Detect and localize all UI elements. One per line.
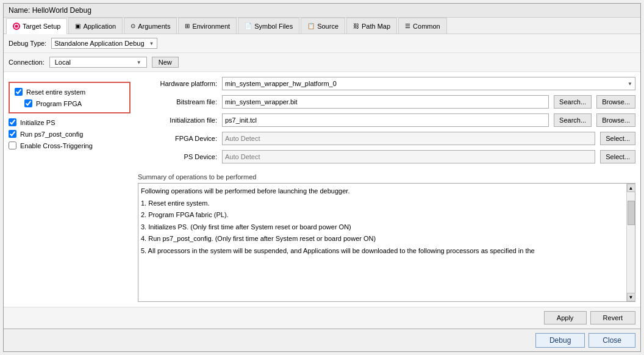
env-icon: ⊞ (185, 23, 190, 29)
init-browse-button[interactable]: Browse... (596, 113, 635, 127)
tab-target-setup[interactable]: Target Setup (6, 18, 67, 34)
tab-path-map[interactable]: ⛓ Path Map (346, 18, 397, 34)
right-panel: Hardware platform: min_system_wrapper_hw… (138, 77, 635, 302)
scroll-thumb[interactable] (628, 201, 635, 225)
tab-common-label: Common (413, 23, 440, 30)
debug-type-arrow: ▼ (149, 41, 154, 46)
hardware-platform-select[interactable]: min_system_wrapper_hw_platform_0 ▼ (222, 77, 635, 90)
hardware-platform-row: Hardware platform: min_system_wrapper_hw… (138, 77, 635, 90)
connection-row: Connection: Local ▼ New (4, 53, 640, 72)
dialog-footer: Debug Close (4, 328, 640, 351)
tab-common[interactable]: ☰ Common (398, 18, 447, 34)
connection-value: Local (55, 59, 71, 66)
tab-source-label: Source (317, 23, 338, 30)
content-area: Debug Type: Standalone Application Debug… (4, 34, 640, 328)
program-fpga-row: Program FPGA (15, 99, 124, 107)
run-ps7-post-config-checkbox[interactable] (9, 130, 16, 138)
debug-button[interactable]: Debug (535, 333, 585, 348)
tab-path-map-label: Path Map (362, 23, 390, 30)
init-search-button[interactable]: Search... (554, 113, 592, 127)
close-button[interactable]: Close (589, 333, 635, 348)
initialize-ps-label: Initialize PS (20, 119, 55, 126)
summary-title: Summary of operations to be performed (138, 173, 635, 181)
summary-section: Summary of operations to be performed Fo… (138, 173, 635, 302)
enable-cross-triggering-checkbox[interactable] (9, 142, 16, 149)
initialize-ps-row: Initialize PS (9, 118, 131, 126)
main-body: Reset entire system Program FPGA Initial… (4, 72, 640, 307)
args-icon: ⊙ (131, 23, 135, 29)
scroll-up[interactable]: ▲ (627, 184, 635, 192)
debug-type-row: Debug Type: Standalone Application Debug… (4, 34, 640, 53)
app-icon: ▣ (75, 23, 80, 29)
apply-button[interactable]: Apply (544, 311, 587, 325)
tabs-bar: Target Setup ▣ Application ⊙ Arguments ⊞… (4, 18, 640, 34)
revert-button[interactable]: Revert (590, 311, 635, 325)
debug-type-value: Standalone Application Debug (54, 40, 144, 47)
tab-environment[interactable]: ⊞ Environment (178, 18, 237, 34)
tab-symbol-files-label: Symbol Files (254, 23, 293, 30)
summary-line-4: 4. Run ps7_post_config. (Only first time… (141, 234, 624, 245)
run-ps7-post-config-row: Run ps7_post_config (9, 130, 131, 138)
initialization-file-label: Initialization file: (138, 117, 217, 124)
hardware-platform-label: Hardware platform: (138, 80, 217, 87)
initialization-file-input[interactable] (222, 113, 549, 127)
tab-application-label: Application (83, 23, 116, 30)
fpga-device-input (222, 132, 595, 145)
debug-type-select[interactable]: Standalone Application Debug ▼ (51, 38, 157, 49)
tab-target-setup-label: Target Setup (23, 23, 60, 30)
ps-device-input (222, 150, 595, 163)
path-icon: ⛓ (353, 23, 359, 29)
connection-select[interactable]: Local ▼ (49, 57, 147, 68)
summary-box: Following operations will be performed b… (138, 184, 626, 301)
left-panel: Reset entire system Program FPGA Initial… (9, 77, 131, 302)
summary-line-2: 2. Program FPGA fabric (PL). (141, 210, 624, 221)
bottom-buttons: Apply Revert (4, 307, 640, 328)
program-fpga-label: Program FPGA (36, 100, 82, 107)
enable-cross-triggering-label: Enable Cross-Triggering (20, 142, 93, 149)
bitstream-file-row: Bitstream file: Search... Browse... (138, 95, 635, 109)
summary-line-5: 5. All processors in the system will be … (141, 246, 624, 257)
bitstream-search-button[interactable]: Search... (554, 95, 592, 109)
name-label: Name: (9, 6, 30, 15)
bitstream-file-input[interactable] (222, 95, 549, 109)
tab-environment-label: Environment (192, 23, 230, 30)
fpga-device-label: FPGA Device: (138, 135, 217, 142)
hardware-platform-value: min_system_wrapper_hw_platform_0 (225, 80, 337, 87)
new-button[interactable]: New (152, 57, 179, 68)
program-fpga-checkbox[interactable] (24, 99, 32, 107)
ps-device-label: PS Device: (138, 153, 217, 160)
dialog-title: HelloWorld Debug (32, 6, 91, 15)
connection-arrow: ▼ (137, 60, 141, 65)
target-setup-icon (13, 23, 20, 30)
bitstream-browse-button[interactable]: Browse... (596, 95, 635, 109)
reset-entire-system-row: Reset entire system (15, 88, 124, 96)
common-icon: ☰ (405, 23, 410, 29)
main-dialog: Name: HelloWorld Debug Target Setup ▣ Ap… (3, 3, 641, 352)
reset-entire-system-checkbox[interactable] (15, 88, 23, 96)
tab-application[interactable]: ▣ Application (68, 18, 123, 34)
fpga-device-select-button[interactable]: Select... (600, 132, 635, 145)
scroll-down[interactable]: ▼ (627, 293, 635, 301)
summary-line-1: 1. Reset entire system. (141, 198, 624, 209)
src-icon: 📋 (307, 23, 315, 29)
tab-source[interactable]: 📋 Source (301, 18, 345, 34)
hardware-platform-arrow: ▼ (628, 81, 632, 87)
summary-line-0: Following operations will be performed b… (141, 186, 624, 197)
bitstream-file-label: Bitstream file: (138, 98, 217, 106)
initialize-ps-checkbox[interactable] (9, 118, 16, 126)
extra-checkboxes: Initialize PS Run ps7_post_config Enable… (9, 118, 131, 149)
initialization-file-row: Initialization file: Search... Browse... (138, 113, 635, 127)
ps-device-row: PS Device: Select... (138, 150, 635, 163)
connection-label: Connection: (9, 59, 45, 66)
debug-type-label: Debug Type: (9, 40, 46, 47)
tab-symbol-files[interactable]: 📄 Symbol Files (238, 18, 299, 34)
forms-area: Hardware platform: min_system_wrapper_hw… (138, 77, 635, 168)
enable-cross-triggering-row: Enable Cross-Triggering (9, 142, 131, 149)
ps-device-select-button[interactable]: Select... (600, 150, 635, 163)
reset-entire-system-label: Reset entire system (26, 88, 85, 96)
tab-arguments-label: Arguments (138, 23, 170, 30)
summary-container: Following operations will be performed b… (138, 183, 635, 302)
summary-scrollbar[interactable]: ▲ ▼ (626, 184, 635, 301)
sym-icon: 📄 (245, 23, 252, 29)
tab-arguments[interactable]: ⊙ Arguments (124, 18, 177, 34)
